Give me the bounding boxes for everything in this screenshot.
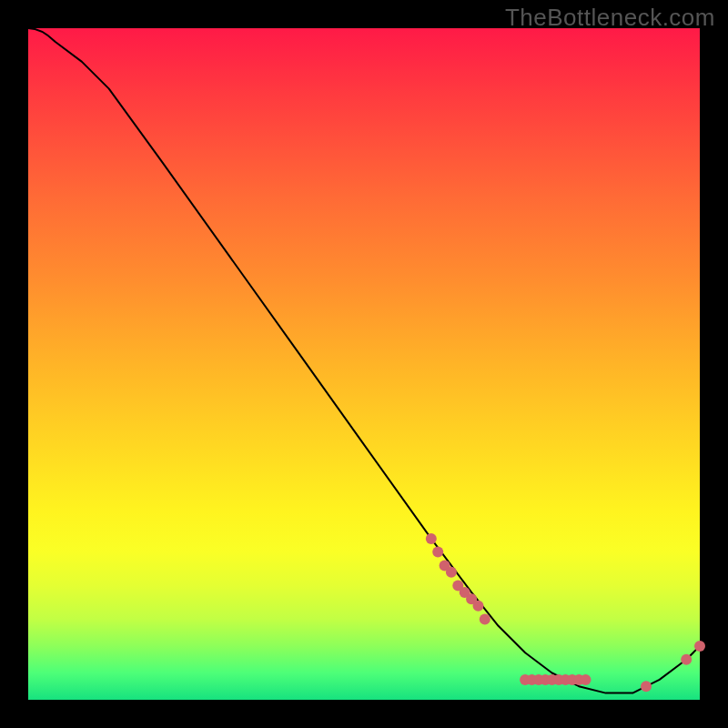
marker-dot: [446, 567, 457, 578]
curve-line: [28, 28, 700, 693]
chart-overlay-svg: [28, 28, 700, 700]
marker-dot: [480, 613, 490, 624]
marker-dot: [473, 601, 484, 612]
marker-dot: [641, 681, 652, 692]
marker-dot: [694, 641, 705, 652]
marker-dot: [432, 547, 443, 558]
marker-dot: [581, 674, 592, 685]
marker-dot: [681, 654, 692, 665]
chart-frame: TheBottleneck.com: [0, 0, 728, 728]
marker-dot: [426, 533, 437, 544]
marker-dots-group: [426, 533, 705, 692]
